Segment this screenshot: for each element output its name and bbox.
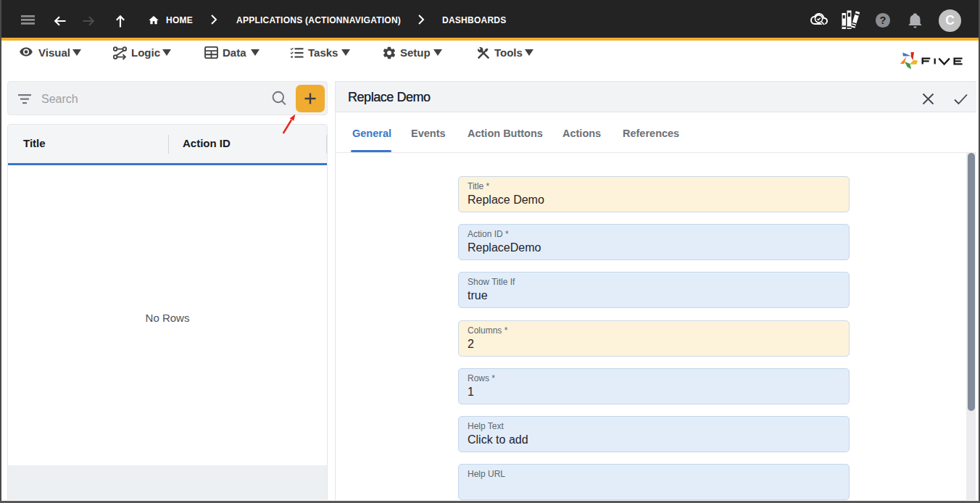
svg-text:?: ? [880, 14, 886, 26]
